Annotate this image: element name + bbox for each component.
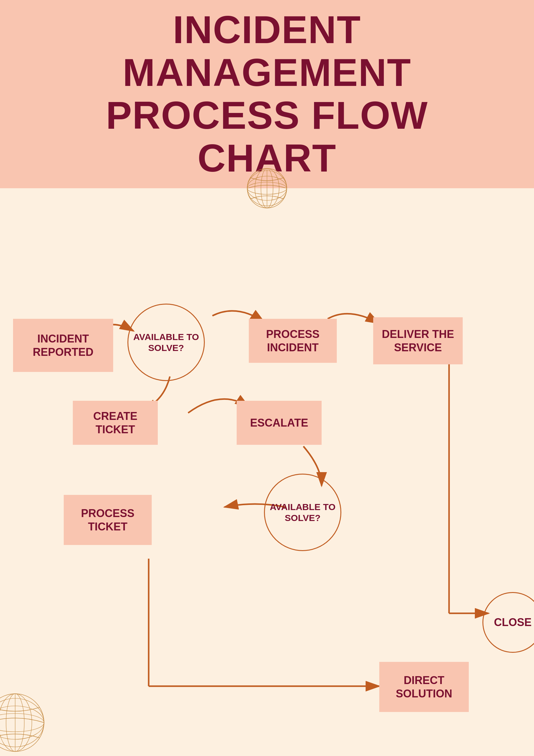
svg-point-17 bbox=[0, 694, 32, 751]
available-to-solve-2-node: AVAILABLE TO SOLVE? bbox=[264, 473, 341, 551]
direct-solution-node: DIRECT SOLUTION bbox=[379, 662, 469, 712]
incident-reported-node: INCIDENT REPORTED bbox=[13, 319, 113, 372]
svg-point-15 bbox=[0, 698, 44, 747]
svg-point-13 bbox=[0, 714, 44, 732]
process-ticket-node: PROCESS TICKET bbox=[64, 495, 152, 545]
available-to-solve-1-node: AVAILABLE TO SOLVE? bbox=[127, 304, 205, 381]
page: INCIDENT MANAGEMENT PROCESS FLOW CHART bbox=[0, 0, 534, 756]
svg-point-12 bbox=[0, 694, 44, 751]
globe-top-icon bbox=[244, 166, 290, 211]
escalate-node: ESCALATE bbox=[237, 401, 321, 445]
create-ticket-node: CREATE TICKET bbox=[73, 401, 158, 445]
process-incident-node: PROCESS INCIDENT bbox=[249, 319, 337, 363]
body-section: INCIDENT REPORTED AVAILABLE TO SOLVE? PR… bbox=[0, 188, 534, 756]
deliver-service-node: DELIVER THE SERVICE bbox=[373, 317, 463, 364]
header-section: INCIDENT MANAGEMENT PROCESS FLOW CHART bbox=[0, 0, 534, 188]
globe-bottom-left-icon bbox=[0, 689, 49, 756]
page-title: INCIDENT MANAGEMENT PROCESS FLOW CHART bbox=[106, 9, 428, 179]
close-node: CLOSE bbox=[482, 592, 534, 653]
